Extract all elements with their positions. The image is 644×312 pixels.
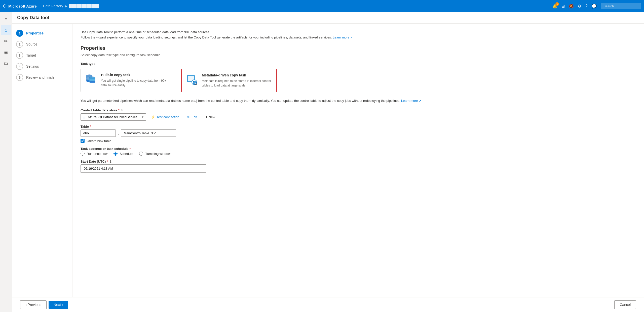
sidebar-monitor-icon[interactable]: ◉ <box>1 47 11 57</box>
sidebar-edit-icon[interactable]: ✏ <box>1 36 11 46</box>
description-block: Use Copy Data Tool to perform a one-time… <box>81 30 636 40</box>
breadcrumb-workspace[interactable]: ████████████ <box>69 4 99 8</box>
run-once-label[interactable]: Run once now <box>87 152 107 156</box>
schedule-field: Task cadence or task schedule * Run once… <box>81 147 636 156</box>
builtin-card-content: Built-in copy task You will get single p… <box>101 73 172 87</box>
schedule-label: Task cadence or task schedule * <box>81 147 636 151</box>
control-table-select[interactable]: AzureSQLDatabaseLinkedService <box>81 113 146 121</box>
wizard-step-settings[interactable]: 4 Settings <box>16 63 68 70</box>
wizard-step-label-target: Target <box>26 53 36 57</box>
wizard-nav: 1 Properties 2 Source 3 Target 4 Setting… <box>12 24 72 297</box>
main-content: Copy Data tool 1 Properties 2 Source 3 T… <box>12 12 644 312</box>
previous-button[interactable]: ‹ Previous <box>20 300 47 309</box>
test-connection-label: Test connection <box>157 115 179 119</box>
cancel-button[interactable]: Cancel <box>614 300 636 309</box>
desc-line2: Follow the wizard experience to specify … <box>81 35 636 40</box>
table-inputs-row: . <box>81 129 636 137</box>
table-field: Table * . Create new table <box>81 125 636 143</box>
schedule-label-radio[interactable]: Schedule <box>120 152 133 156</box>
help-icon[interactable]: ? <box>585 4 588 8</box>
notification-icon[interactable]: 🔔 1 <box>552 4 557 9</box>
settings-icon[interactable]: ⚙ <box>578 4 581 9</box>
topbar-search[interactable] <box>601 3 641 9</box>
tumbling-option[interactable]: Tumbling window <box>139 152 170 156</box>
svg-line-16 <box>196 84 197 85</box>
svg-rect-10 <box>188 77 193 77</box>
sidebar-icons: ≡ ⌂ ✏ ◉ 🗂 <box>0 12 12 312</box>
portal-icon[interactable]: ⊞ <box>561 4 565 9</box>
table-schema-input[interactable] <box>81 129 116 137</box>
table-name-input[interactable] <box>121 129 176 137</box>
wizard-step-num-5: 5 <box>16 74 23 81</box>
desc-learn-more-link[interactable]: Learn more <box>333 35 349 39</box>
wizard-step-num-3: 3 <box>16 52 23 59</box>
wizard-step-review[interactable]: 5 Review and finish <box>16 74 68 81</box>
edit-icon: ✏ <box>187 115 190 119</box>
svg-rect-12 <box>188 79 193 79</box>
feedback-icon[interactable]: 💬 <box>592 4 597 9</box>
sidebar-home-icon[interactable]: ⌂ <box>1 25 11 35</box>
azure-logo: ⬡ <box>3 4 6 8</box>
builtin-icon <box>85 73 97 85</box>
tumbling-label[interactable]: Tumbling window <box>145 152 170 156</box>
topbar-divider <box>40 3 40 9</box>
next-button[interactable]: Next › <box>49 301 68 309</box>
brand: ⬡ Microsoft Azure <box>3 4 37 8</box>
sidebar-collapse-btn[interactable]: ≡ <box>1 14 11 24</box>
metadata-copy-task-card[interactable]: Metadata-driven copy task Metadata is re… <box>181 69 277 92</box>
tumbling-radio[interactable] <box>139 152 143 156</box>
control-table-dropdown-wrapper: ⊞ AzureSQLDatabaseLinkedService ▼ <box>81 113 146 121</box>
wizard-step-label-review: Review and finish <box>26 75 54 79</box>
wizard-step-target[interactable]: 3 Target <box>16 52 68 59</box>
schedule-radio-group: Run once now Schedule Tumbling window <box>81 152 636 156</box>
edit-btn[interactable]: ✏ Edit <box>184 114 200 120</box>
section-title: Properties <box>81 45 636 51</box>
create-new-table-label[interactable]: Create new table <box>87 139 111 143</box>
svg-point-7 <box>89 79 95 81</box>
new-label: New <box>209 115 215 119</box>
start-date-input[interactable] <box>81 164 206 173</box>
new-btn[interactable]: + New <box>202 113 218 121</box>
table-label: Table * <box>81 125 636 128</box>
notification-badge: 1 <box>555 2 559 6</box>
previous-label: Previous <box>28 303 41 307</box>
create-new-table-row: Create new table <box>81 139 636 143</box>
run-once-radio[interactable] <box>81 152 85 156</box>
breadcrumb: Data Factory ▶ ████████████ <box>43 4 99 8</box>
wizard-step-source[interactable]: 2 Source <box>16 41 68 48</box>
sidebar-manage-icon[interactable]: 🗂 <box>1 58 11 68</box>
run-once-option[interactable]: Run once now <box>81 152 107 156</box>
start-date-info-icon[interactable]: ℹ <box>110 160 111 163</box>
builtin-copy-task-card[interactable]: Built-in copy task You will get single p… <box>81 69 176 92</box>
new-icon: + <box>205 115 208 119</box>
metadata-card-desc: Metadata is required to be stored in ext… <box>202 79 272 88</box>
param-text: You will get parameterized pipelines whi… <box>81 99 400 103</box>
page-title: Copy Data tool <box>17 15 49 20</box>
wizard-step-label-settings: Settings <box>26 64 39 68</box>
create-new-table-checkbox[interactable] <box>81 139 85 143</box>
schedule-option[interactable]: Schedule <box>113 152 133 156</box>
builtin-card-title: Built-in copy task <box>101 73 172 77</box>
start-date-field: Start Date (UTC) * ℹ <box>81 160 636 173</box>
schedule-radio[interactable] <box>113 152 118 156</box>
topbar-icons: 🔔 1 ⊞ 🔕 ⚙ ? 💬 <box>552 3 641 9</box>
test-connection-icon: ⚡ <box>151 115 155 119</box>
metadata-icon <box>186 73 198 85</box>
control-table-info-icon[interactable]: ℹ <box>121 108 123 112</box>
param-learn-more-link[interactable]: Learn more <box>401 99 418 103</box>
page-header: Copy Data tool <box>12 12 644 24</box>
builtin-card-desc: You will get single pipeline to copy dat… <box>101 78 172 87</box>
parameterized-text: You will get parameterized pipelines whi… <box>81 98 636 104</box>
next-chevron: › <box>62 303 63 307</box>
db-icon: ⊞ <box>83 115 86 119</box>
task-cards: Built-in copy task You will get single p… <box>81 69 636 92</box>
external-link-icon: ↗ <box>350 36 353 39</box>
control-table-required: * <box>118 108 120 112</box>
form-area: Use Copy Data Tool to perform a one-time… <box>72 24 644 297</box>
svg-rect-11 <box>188 78 192 78</box>
breadcrumb-service[interactable]: Data Factory <box>43 4 63 8</box>
table-separator: . <box>117 131 120 136</box>
alarm-icon[interactable]: 🔕 <box>569 4 574 9</box>
test-connection-btn[interactable]: ⚡ Test connection <box>148 114 182 120</box>
wizard-step-properties[interactable]: 1 Properties <box>16 30 68 37</box>
